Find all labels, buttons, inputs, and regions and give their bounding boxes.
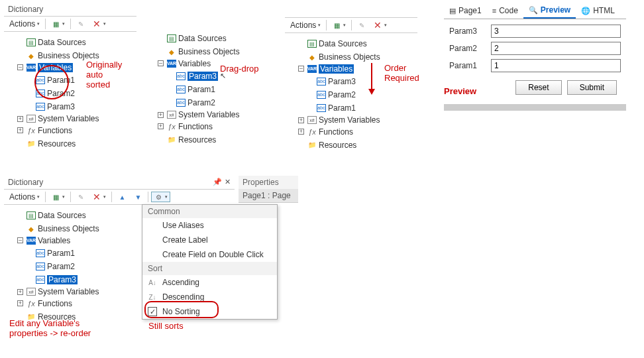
tab-page1[interactable]: ▤Page1 (444, 3, 487, 18)
functions-icon: ƒx (27, 300, 36, 308)
gear-icon: ⚙ (154, 193, 163, 201)
settings-button[interactable]: ⚙▾ (151, 192, 170, 202)
tree-data-sources[interactable]: Data Sources (38, 211, 86, 220)
tree-business-objects[interactable]: Business Objects (319, 52, 380, 62)
tree-param1[interactable]: Param1 (47, 249, 75, 258)
move-up-button[interactable]: ▲ (115, 192, 129, 202)
delete-button[interactable]: ✕▾ (89, 19, 109, 29)
menu-create-field[interactable]: Create Field on Double Click (142, 247, 277, 262)
tree-system-variables[interactable]: System Variables (319, 115, 380, 125)
expand-icon[interactable]: – (17, 237, 23, 243)
param2-label: Param2 (449, 44, 486, 53)
actions-button[interactable]: Actions▾ (7, 191, 42, 203)
pin-icon[interactable]: 📌 (213, 178, 222, 186)
delete-button[interactable]: ✕▾ (370, 20, 390, 30)
tree-variables[interactable]: Variables (319, 64, 354, 74)
tree-param2[interactable]: Param2 (47, 262, 75, 271)
menu-create-label[interactable]: Create Label (142, 233, 277, 247)
annotation-arrow-icon (371, 63, 372, 90)
expand-icon[interactable]: + (298, 129, 304, 135)
tree-functions[interactable]: Functions (38, 299, 72, 308)
new-item-button[interactable]: ▦▾ (329, 20, 349, 30)
tree-business-objects[interactable]: Business Objects (38, 224, 99, 233)
tab-code[interactable]: ≡Code (487, 3, 523, 18)
properties-target: Page1 : Page (239, 189, 298, 202)
actions-button[interactable]: Actions▾ (288, 19, 323, 31)
delete-icon: ✕ (92, 20, 101, 28)
tree-param2[interactable]: Param2 (328, 90, 356, 99)
tree-system-variables[interactable]: System Variables (38, 287, 99, 296)
html-icon: 🌐 (581, 7, 590, 15)
tree-param3[interactable]: Param3 (47, 275, 78, 284)
tree-param3[interactable]: Param3 (328, 77, 356, 86)
sysvar-icon: x# (167, 111, 176, 119)
dictionary-tree-2[interactable]: ▤Data Sources ◆Business Objects –VARVari… (144, 28, 277, 148)
menu-use-aliases[interactable]: Use Aliases (142, 218, 277, 233)
string-var-icon: abc (317, 78, 326, 86)
tree-variables[interactable]: Variables (178, 59, 211, 68)
expand-icon[interactable]: – (298, 66, 304, 72)
tree-functions[interactable]: Functions (178, 122, 213, 131)
tree-param1[interactable]: Param1 (328, 103, 356, 113)
datasource-icon: ▤ (307, 40, 317, 48)
tree-param3[interactable]: Param3 (188, 72, 218, 81)
tab-html[interactable]: 🌐HTML (576, 3, 620, 18)
expand-icon[interactable]: – (158, 60, 164, 66)
expand-icon[interactable]: – (17, 64, 23, 70)
new-item-button[interactable]: ▦▾ (48, 192, 68, 202)
pencil-icon: ✎ (76, 193, 85, 201)
tree-functions[interactable]: Functions (38, 126, 72, 135)
edit-button[interactable]: ✎ (74, 192, 88, 202)
edit-button[interactable]: ✎ (74, 19, 88, 29)
edit-button[interactable]: ✎ (354, 20, 369, 30)
string-var-icon: abc (36, 263, 45, 270)
tree-data-sources[interactable]: Data Sources (38, 38, 86, 47)
tree-functions[interactable]: Functions (319, 127, 353, 137)
tree-resources[interactable]: Resources (319, 141, 356, 150)
submit-button[interactable]: Submit (567, 80, 617, 95)
close-icon[interactable]: ✕ (225, 178, 231, 186)
tree-system-variables[interactable]: System Variables (38, 114, 99, 123)
expand-icon[interactable]: + (158, 112, 164, 118)
param2-input[interactable] (491, 42, 621, 55)
arrow-up-icon: ▲ (117, 193, 127, 201)
tree-system-variables[interactable]: System Variables (178, 110, 239, 119)
tree-business-objects[interactable]: Business Objects (178, 47, 240, 56)
tree-resources[interactable]: Resources (178, 135, 216, 145)
expand-icon[interactable]: + (17, 127, 23, 133)
tree-data-sources[interactable]: Data Sources (319, 39, 367, 48)
delete-button[interactable]: ✕▾ (89, 192, 109, 202)
expand-icon[interactable]: + (298, 117, 304, 123)
move-down-button[interactable]: ▼ (131, 192, 145, 202)
menu-sort-ascending[interactable]: A↓Ascending (142, 275, 277, 290)
datasource-icon: ▤ (27, 38, 36, 46)
functions-icon: ƒx (307, 128, 317, 136)
tree-data-sources[interactable]: Data Sources (178, 34, 227, 43)
tab-preview[interactable]: 🔍Preview (523, 3, 576, 19)
reset-button[interactable]: Reset (515, 80, 561, 95)
tree-resources[interactable]: Resources (38, 139, 76, 149)
param1-input[interactable] (491, 59, 621, 72)
separator-band (444, 104, 626, 111)
expand-icon[interactable]: + (17, 300, 23, 306)
dictionary-tree[interactable]: ▤Data Sources ◆Business Objects –VARVari… (4, 32, 136, 152)
tree-param2[interactable]: Param2 (188, 98, 215, 107)
expand-icon[interactable]: + (17, 116, 23, 122)
view-tabs: ▤Page1 ≡Code 🔍Preview 🌐HTML (444, 3, 626, 19)
dictionary-title: Dictionary 📌 ✕ (4, 176, 235, 189)
dictionary-tree-3[interactable]: ▤Data Sources ◆Business Objects –VARVari… (285, 33, 417, 153)
annotation-circle (34, 65, 69, 99)
tree-param1[interactable]: Param1 (188, 85, 215, 94)
expand-icon[interactable]: + (17, 289, 23, 295)
string-var-icon: abc (176, 72, 186, 80)
tree-variables[interactable]: Variables (38, 236, 70, 245)
toolbar: Actions▾ ▦▾ ✎ ✕▾ (285, 17, 417, 33)
string-var-icon: abc (317, 104, 326, 112)
tree-param3[interactable]: Param3 (47, 102, 75, 111)
param3-input[interactable] (491, 25, 621, 38)
new-item-button[interactable]: ▦▾ (48, 19, 68, 29)
resources-icon: 📁 (27, 140, 36, 148)
tree-business-objects[interactable]: Business Objects (38, 51, 99, 60)
expand-icon[interactable]: + (158, 123, 164, 129)
actions-button[interactable]: Actions▾ (7, 18, 42, 30)
